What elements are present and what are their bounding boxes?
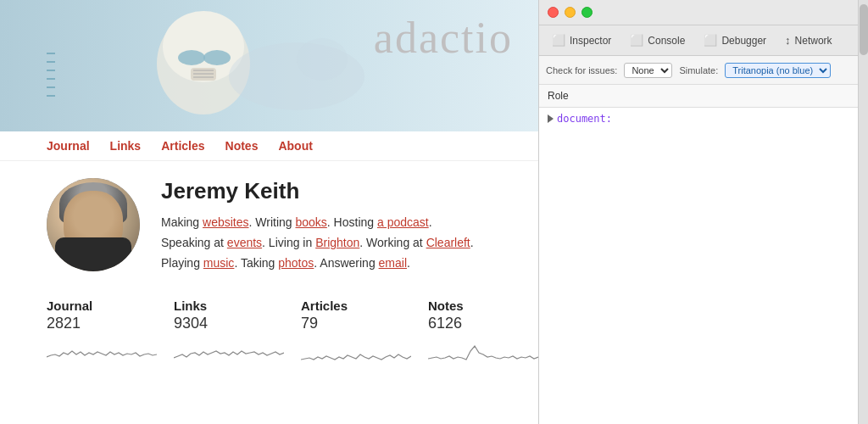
bio-link-events[interactable]: events	[227, 236, 262, 249]
devtools-role-label: Role	[539, 85, 858, 108]
stat-notes: Notes 6126	[428, 298, 538, 365]
tab-inspector[interactable]: ⬜ Inspector	[543, 31, 620, 50]
sparkline-links	[174, 336, 284, 361]
profile-name: Jeremy Keith	[161, 178, 492, 204]
site-banner: adactio	[0, 0, 538, 131]
document-item: document:	[557, 113, 612, 125]
bio-link-books[interactable]: books	[295, 215, 326, 229]
stat-journal: Journal 2821	[47, 298, 174, 365]
minimize-button[interactable]	[565, 7, 576, 18]
maximize-button[interactable]	[581, 7, 593, 18]
sparkline-articles	[301, 336, 411, 361]
stat-articles: Articles 79	[301, 298, 428, 365]
expand-icon[interactable]	[548, 114, 554, 123]
svg-rect-1	[47, 53, 55, 54]
svg-rect-4	[47, 78, 55, 80]
devtools-panel: ⬜ Inspector ⬜ Console ⬜ Debugger ↕ Netwo…	[538, 0, 858, 424]
tab-console-label: Console	[648, 35, 685, 47]
scrollbar[interactable]	[858, 0, 868, 424]
stats-section: Journal 2821 Links 9304 Articles 79 Note…	[0, 290, 538, 373]
check-issues-label: Check for issues:	[546, 65, 617, 75]
site-nav: Journal Links Articles Notes About	[0, 131, 538, 161]
bio-link-music[interactable]: music	[203, 256, 235, 270]
bio-link-websites[interactable]: websites	[203, 215, 248, 229]
svg-point-10	[203, 50, 231, 65]
svg-point-16	[297, 38, 348, 81]
tab-inspector-label: Inspector	[570, 35, 611, 47]
simulate-label: Simulate:	[679, 65, 718, 75]
check-issues-select[interactable]: None	[624, 63, 672, 78]
network-icon: ↕	[785, 34, 791, 47]
tab-debugger[interactable]: ⬜ Debugger	[695, 31, 775, 50]
avatar	[47, 178, 140, 271]
sparkline-journal	[47, 336, 157, 361]
close-button[interactable]	[548, 7, 559, 18]
bio-link-email[interactable]: email	[379, 256, 407, 270]
tab-console[interactable]: ⬜ Console	[621, 31, 693, 50]
bio-link-podcast[interactable]: a podcast	[377, 215, 429, 229]
nav-links[interactable]: Links	[110, 139, 142, 153]
scrollbar-thumb[interactable]	[860, 4, 868, 55]
sparkline-notes	[428, 336, 538, 361]
site-title: adactio	[374, 13, 513, 63]
simulate-select[interactable]: Tritanopia (no blue)	[725, 63, 831, 78]
document-row: document:	[548, 111, 849, 126]
bio-link-brighton[interactable]: Brighton	[315, 236, 359, 249]
nav-about[interactable]: About	[278, 139, 312, 153]
devtools-titlebar	[539, 0, 858, 25]
tab-debugger-label: Debugger	[721, 35, 766, 47]
profile-text: Jeremy Keith Making websites. Writing bo…	[161, 178, 492, 273]
stat-links: Links 9304	[174, 298, 301, 365]
devtools-toolbar: Check for issues: None Simulate: Tritano…	[539, 56, 858, 85]
tab-network[interactable]: ↕ Network	[776, 31, 841, 50]
svg-rect-5	[47, 86, 55, 88]
svg-rect-3	[47, 70, 55, 71]
console-icon: ⬜	[630, 34, 643, 47]
profile-section: Jeremy Keith Making websites. Writing bo…	[0, 161, 538, 290]
devtools-content: document:	[539, 108, 858, 424]
bio-link-photos[interactable]: photos	[278, 256, 314, 270]
svg-point-9	[178, 50, 205, 65]
svg-rect-6	[47, 95, 55, 97]
profile-bio: Making websites. Writing books. Hosting …	[161, 213, 492, 273]
nav-articles[interactable]: Articles	[161, 139, 204, 153]
debugger-icon: ⬜	[704, 34, 717, 47]
svg-rect-2	[47, 61, 55, 63]
devtools-tabs: ⬜ Inspector ⬜ Console ⬜ Debugger ↕ Netwo…	[539, 25, 858, 56]
website-area: adactio Journal Links Articles Notes Abo…	[0, 0, 538, 424]
nav-journal[interactable]: Journal	[47, 139, 90, 153]
inspector-icon: ⬜	[552, 34, 565, 47]
nav-notes[interactable]: Notes	[225, 139, 259, 153]
tab-network-label: Network	[795, 35, 832, 47]
bio-link-clearleft[interactable]: Clearleft	[426, 236, 470, 249]
